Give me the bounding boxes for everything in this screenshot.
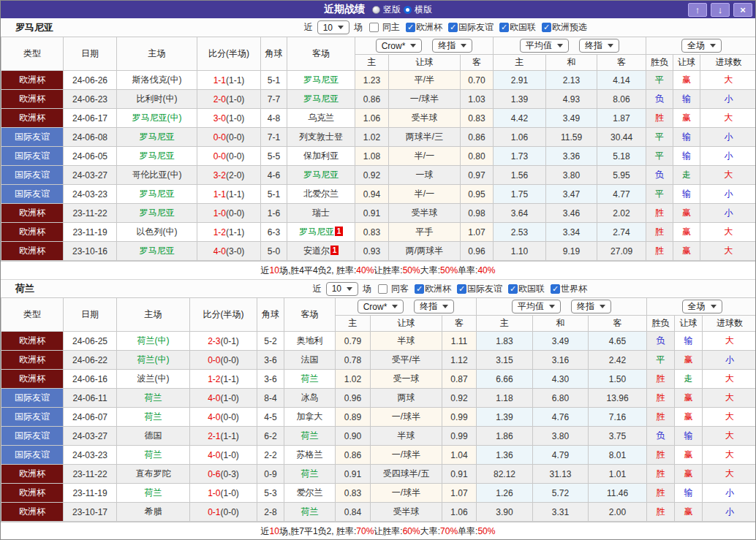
period-select[interactable]: 全场 [681,39,722,53]
horizontal-layout-radio[interactable] [404,6,412,14]
average-select[interactable]: 平均值 [512,300,561,313]
odds-time-select[interactable]: 终指 [414,300,454,313]
column-header-type: 类型 [1,298,64,332]
result-goals-cell: 大 [703,408,756,427]
average-select-value: 平均值 [518,300,544,313]
chevron-down-icon [392,305,398,308]
match-date-cell: 23-10-16 [64,242,117,261]
score-cell: 4-0(1-0) [190,446,257,465]
same-home-checkbox[interactable] [369,23,379,32]
league-checkbox[interactable] [457,284,466,294]
match-date-cell: 24-03-23 [64,446,117,465]
match-date-cell: 24-06-26 [64,71,117,90]
subcol-avg-draw: 和 [546,55,597,71]
column-header-score: 比分(半场) [197,37,261,71]
period-select[interactable]: 全场 [682,300,722,313]
move-up-button[interactable]: ↑ [688,3,707,17]
column-header-score: 比分(半场) [190,298,257,332]
match-row: 国际友谊24-03-23罗马尼亚1-1(1-1)5-1北爱尔兰0.94半/一0.… [1,185,756,204]
average-group-header: 平均值 终指 [494,37,646,55]
subcol-handicap-result: 让球 [675,316,703,332]
games-count-select[interactable]: 10 [326,282,358,296]
result-handicap-cell: 赢 [675,351,703,370]
corner-cell: 7-7 [261,90,287,109]
away-odds-cell: 1.11 [442,332,477,351]
average-select[interactable]: 平均值 [520,39,569,53]
layout-radio-group: 竖版 横版 [372,4,432,16]
result-handicap-cell: 赢 [675,408,703,427]
away-odds-cell: 0.95 [461,185,494,204]
match-row: 欧洲杯23-10-17希腊0-1(0-0)2-8荷兰0.84受半球1.063.9… [1,503,756,522]
result-wdl-cell: 平 [647,351,675,370]
home-team-cell: 罗马尼亚 [117,185,197,204]
league-checkbox[interactable] [508,284,518,294]
odds-group-header: Crow* 终指 [355,37,494,55]
same-away-checkbox[interactable] [378,284,388,294]
home-team-cell: 荷兰 [117,446,190,465]
league-checkbox[interactable] [542,23,551,32]
home-odds-cell: 0.91 [336,465,371,484]
result-goals-cell: 小 [703,484,756,503]
league-checkbox[interactable] [448,23,458,32]
match-type-cell: 欧洲杯 [1,90,64,109]
avg-home-cell: 6.66 [477,370,533,389]
handicap-line-cell: 受平/半 [371,351,442,370]
vertical-layout-radio[interactable] [372,6,380,14]
away-odds-cell: 0.99 [442,427,477,446]
romania-results-table: 类型 日期 主场 比分(半场) 角球 客场 Crow* 终指 平均值 终指 [1,37,756,261]
league-checkbox[interactable] [499,23,509,32]
match-type-cell: 欧洲杯 [1,370,64,389]
result-wdl-cell: 负 [646,166,673,185]
chevron-down-icon [410,44,416,47]
result-goals-cell: 小 [700,185,756,204]
avg-draw-cell: 3.80 [546,166,597,185]
bookmaker-select[interactable]: Crow* [376,39,423,53]
league-checkbox[interactable] [406,23,415,32]
chevron-down-icon [710,44,716,47]
bookmaker-select[interactable]: Crow* [358,300,404,313]
result-goals-cell: 小 [703,351,756,370]
games-count-select[interactable]: 10 [317,20,349,34]
avg-away-cell: 7.16 [589,408,647,427]
summary-segment: 大率: [420,265,440,277]
match-type-cell: 国际友谊 [1,147,64,166]
league-label: 欧洲预选 [552,21,587,34]
league-checkbox[interactable] [415,284,424,294]
handicap-line-cell: 平手 [389,223,461,242]
summary-segment: 场,胜7平1负2, 胜率: [279,525,356,538]
league-checkbox[interactable] [551,284,560,294]
move-down-button[interactable]: ↓ [711,3,730,17]
match-type-cell: 国际友谊 [1,446,64,465]
away-team-cell: 奥地利 [284,332,336,351]
red-card-badge: 1 [330,246,339,255]
home-team-cell: 直布罗陀 [117,465,190,484]
league-label: 国际友谊 [458,21,494,34]
summary-segment: 60% [403,526,420,536]
average-select-value: 平均值 [526,39,552,52]
home-odds-cell: 1.02 [336,370,371,389]
match-type-cell: 欧洲杯 [1,465,64,484]
away-odds-cell: 0.86 [461,128,494,147]
avg-draw-cell: 2.13 [546,71,597,90]
avg-away-cell: 1.87 [597,109,646,128]
handicap-line-cell: 半球 [371,427,442,446]
away-odds-cell: 0.80 [461,147,494,166]
home-odds-cell: 1.06 [355,109,389,128]
odds-time-select[interactable]: 终指 [432,39,472,53]
close-button[interactable]: × [733,3,752,17]
result-handicap-cell: 赢 [675,465,703,484]
result-goals-cell: 大 [700,109,756,128]
avg-away-cell: 30.44 [597,128,646,147]
result-wdl-cell: 平 [646,71,673,90]
chevron-down-icon [557,44,563,47]
chevron-down-icon [461,44,466,47]
average-time-select[interactable]: 终指 [579,39,619,53]
avg-away-cell: 2.00 [589,503,647,522]
summary-segment: 50% [403,265,420,275]
home-odds-cell: 0.78 [336,351,371,370]
average-time-select[interactable]: 终指 [571,300,611,313]
away-odds-cell: 1.03 [461,90,494,109]
home-team-cell: 荷兰 [117,484,190,503]
home-odds-cell: 1.08 [355,147,389,166]
avg-draw-cell: 3.16 [533,351,589,370]
